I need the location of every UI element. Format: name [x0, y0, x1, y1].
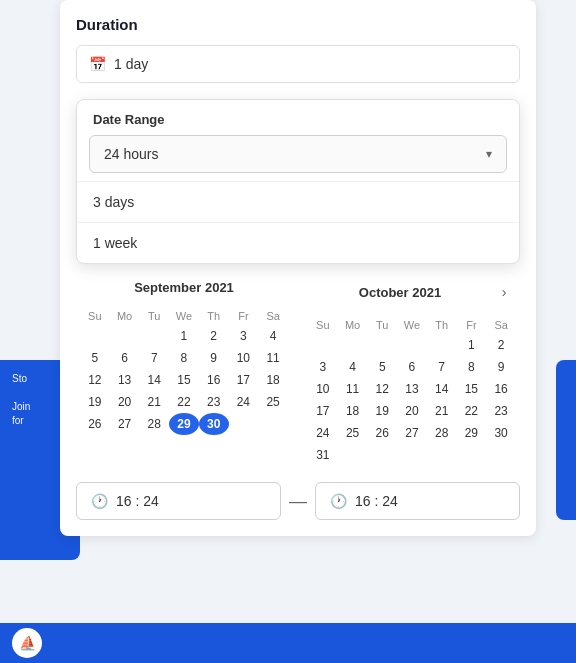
table-cell[interactable]: 22	[457, 400, 487, 422]
table-cell[interactable]: 11	[338, 378, 368, 400]
table-cell	[80, 325, 110, 347]
col-tu: Tu	[139, 307, 169, 325]
option-1week[interactable]: 1 week	[77, 222, 519, 263]
col-th: Th	[199, 307, 229, 325]
table-cell[interactable]: 10	[229, 347, 259, 369]
selected-start-date[interactable]: 29	[169, 413, 199, 435]
table-cell[interactable]: 29	[457, 422, 487, 444]
table-cell[interactable]: 5	[367, 356, 397, 378]
table-cell	[308, 334, 338, 356]
current-value-display[interactable]: 📅 1 day	[76, 45, 520, 83]
table-cell[interactable]: 19	[367, 400, 397, 422]
table-cell[interactable]: 27	[397, 422, 427, 444]
table-cell	[486, 444, 516, 466]
table-cell[interactable]: 3	[229, 325, 259, 347]
selected-option-label: 24 hours	[104, 146, 158, 162]
table-cell[interactable]: 18	[338, 400, 368, 422]
table-cell[interactable]: 5	[80, 347, 110, 369]
table-cell[interactable]: 25	[258, 391, 288, 413]
left-month-title: September 2021	[80, 280, 288, 295]
table-cell[interactable]: 30	[486, 422, 516, 444]
table-cell	[258, 413, 288, 435]
table-cell[interactable]: 3	[308, 356, 338, 378]
next-month-button[interactable]: ›	[492, 280, 516, 304]
table-cell[interactable]: 7	[139, 347, 169, 369]
table-cell[interactable]: 8	[457, 356, 487, 378]
table-cell	[367, 334, 397, 356]
start-time-value: 16 : 24	[116, 493, 159, 509]
table-cell[interactable]: 20	[397, 400, 427, 422]
table-cell[interactable]: 10	[308, 378, 338, 400]
table-cell[interactable]: 21	[139, 391, 169, 413]
table-cell[interactable]: 14	[427, 378, 457, 400]
table-cell[interactable]: 17	[229, 369, 259, 391]
table-cell[interactable]: 26	[367, 422, 397, 444]
right-month-title: October 2021	[308, 285, 492, 300]
table-cell[interactable]: 13	[397, 378, 427, 400]
time-dash-separator: —	[289, 491, 307, 512]
table-cell[interactable]: 9	[199, 347, 229, 369]
table-cell[interactable]: 24	[308, 422, 338, 444]
table-cell[interactable]: 18	[258, 369, 288, 391]
table-cell[interactable]: 7	[427, 356, 457, 378]
table-cell[interactable]: 28	[139, 413, 169, 435]
end-time-input[interactable]: 🕐 16 : 24	[315, 482, 520, 520]
table-cell[interactable]: 9	[486, 356, 516, 378]
table-cell[interactable]: 13	[110, 369, 140, 391]
table-cell[interactable]: 1	[457, 334, 487, 356]
table-cell[interactable]: 23	[199, 391, 229, 413]
col-sa: Sa	[486, 316, 516, 334]
table-cell[interactable]: 23	[486, 400, 516, 422]
table-cell[interactable]: 16	[199, 369, 229, 391]
option-3days[interactable]: 3 days	[77, 181, 519, 222]
col-su: Su	[80, 307, 110, 325]
col-mo: Mo	[110, 307, 140, 325]
table-cell[interactable]: 28	[427, 422, 457, 444]
main-panel: Duration 📅 1 day Date Range 24 hours ▾ 3…	[60, 0, 536, 536]
calendar-section: September 2021 Su Mo Tu We Th Fr Sa	[76, 280, 520, 466]
table-cell[interactable]: 21	[427, 400, 457, 422]
table-cell[interactable]: 14	[139, 369, 169, 391]
table-cell	[397, 444, 427, 466]
selected-end-date[interactable]: 30	[199, 413, 229, 435]
table-cell[interactable]: 6	[397, 356, 427, 378]
table-cell[interactable]: 15	[169, 369, 199, 391]
table-cell[interactable]: 1	[169, 325, 199, 347]
col-we: We	[169, 307, 199, 325]
table-cell[interactable]: 8	[169, 347, 199, 369]
table-cell	[338, 334, 368, 356]
calendar-icon: 📅	[89, 56, 106, 72]
table-cell[interactable]: 2	[199, 325, 229, 347]
table-cell[interactable]: 6	[110, 347, 140, 369]
table-cell[interactable]: 4	[338, 356, 368, 378]
table-cell[interactable]: 12	[80, 369, 110, 391]
bottom-bar: ⛵	[0, 623, 576, 663]
table-cell	[457, 444, 487, 466]
date-range-select[interactable]: 24 hours ▾	[89, 135, 507, 173]
sidebar-right	[556, 360, 576, 520]
col-th: Th	[427, 316, 457, 334]
table-cell[interactable]: 20	[110, 391, 140, 413]
table-cell[interactable]: 22	[169, 391, 199, 413]
table-cell[interactable]: 26	[80, 413, 110, 435]
table-cell[interactable]: 15	[457, 378, 487, 400]
col-sa: Sa	[258, 307, 288, 325]
table-cell[interactable]: 25	[338, 422, 368, 444]
col-we: We	[397, 316, 427, 334]
table-cell[interactable]: 17	[308, 400, 338, 422]
table-cell[interactable]: 31	[308, 444, 338, 466]
table-cell[interactable]: 27	[110, 413, 140, 435]
table-cell[interactable]: 11	[258, 347, 288, 369]
september-grid: Su Mo Tu We Th Fr Sa	[80, 307, 288, 435]
table-cell[interactable]: 19	[80, 391, 110, 413]
table-cell[interactable]: 16	[486, 378, 516, 400]
table-cell[interactable]: 2	[486, 334, 516, 356]
table-cell[interactable]: 4	[258, 325, 288, 347]
table-cell[interactable]: 12	[367, 378, 397, 400]
date-range-panel: Date Range 24 hours ▾ 3 days 1 week	[76, 99, 520, 264]
table-cell	[338, 444, 368, 466]
start-time-input[interactable]: 🕐 16 : 24	[76, 482, 281, 520]
october-grid: Su Mo Tu We Th Fr Sa	[308, 316, 516, 466]
table-cell[interactable]: 24	[229, 391, 259, 413]
col-fr: Fr	[457, 316, 487, 334]
